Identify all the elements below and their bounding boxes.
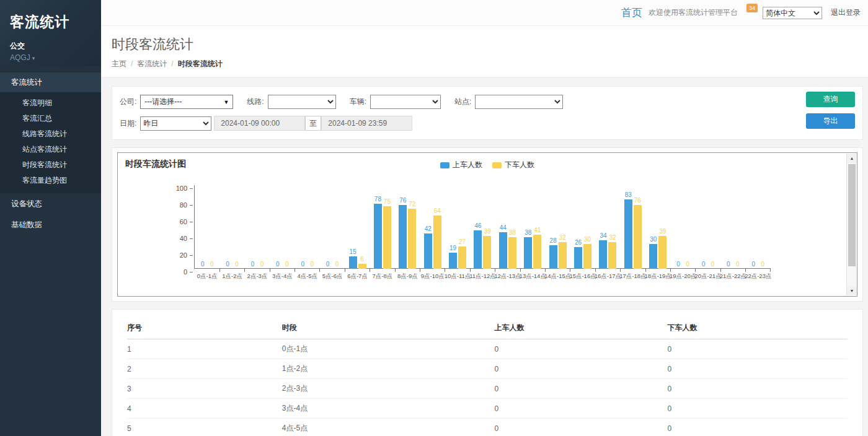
vehicle-label: 车辆: — [350, 97, 366, 107]
bar-column: 0 — [684, 261, 692, 269]
bar-column: 72 — [408, 201, 416, 269]
scroll-up-icon[interactable]: ▲ — [847, 154, 857, 163]
bar-value-label: 0 — [727, 261, 730, 268]
bar-value-label: 15 — [349, 249, 356, 255]
scroll-down-icon[interactable]: ▼ — [847, 286, 857, 295]
bar-value-label: 32 — [559, 235, 566, 241]
sidebar-subitem[interactable]: 客流汇总 — [0, 111, 101, 126]
bar[interactable] — [424, 233, 432, 269]
date-end-input[interactable] — [321, 116, 412, 131]
breadcrumb-item[interactable]: 客流统计 — [137, 59, 167, 68]
bar-column: 46 — [474, 223, 482, 269]
sidebar-subitem[interactable]: 客流量趋势图 — [0, 173, 101, 188]
bar[interactable] — [608, 242, 616, 269]
bar[interactable] — [458, 246, 466, 269]
date-preset-select[interactable]: 昨日 — [140, 116, 211, 131]
vehicle-select[interactable] — [370, 95, 441, 109]
bar[interactable] — [583, 244, 591, 269]
sidebar-subitem[interactable]: 线路客流统计 — [0, 126, 101, 142]
bar[interactable] — [399, 205, 407, 269]
y-axis-tick: 80 — [169, 201, 187, 209]
bar-group: 463911点-12点 — [470, 185, 495, 269]
bar[interactable] — [508, 237, 516, 269]
table-row[interactable]: 10点-1点00 — [127, 339, 848, 359]
bar[interactable] — [599, 240, 607, 269]
table-cell: 4 — [127, 399, 282, 419]
home-link[interactable]: 首页 — [621, 6, 642, 20]
bar-column: 19 — [449, 245, 457, 269]
table-row[interactable]: 43点-4点00 — [127, 399, 848, 419]
bar[interactable] — [408, 209, 416, 269]
x-axis-label: 9点-10点 — [421, 272, 445, 281]
bar[interactable] — [449, 253, 457, 269]
table-header-cell: 上车人数 — [495, 317, 668, 339]
language-select[interactable]: 简体中文 — [763, 7, 822, 19]
breadcrumb-item[interactable]: 主页 — [112, 59, 126, 68]
company-select[interactable]: ---请选择--- ▼ — [140, 95, 233, 109]
sidebar-item[interactable]: 设备状态 — [0, 193, 101, 214]
bar-column: 26 — [574, 240, 582, 269]
bar[interactable] — [474, 230, 482, 269]
bar[interactable] — [559, 242, 567, 269]
bar[interactable] — [574, 247, 582, 269]
bar-group: 005点-6点 — [320, 185, 345, 269]
line-select[interactable] — [268, 95, 336, 109]
bar-value-label: 26 — [575, 240, 582, 246]
export-button[interactable]: 导出 — [806, 113, 855, 129]
bar[interactable] — [383, 206, 391, 269]
date-start-input[interactable] — [214, 116, 305, 131]
station-select[interactable] — [475, 95, 563, 109]
bar[interactable] — [349, 256, 357, 269]
bar[interactable] — [658, 236, 666, 269]
bar[interactable] — [649, 244, 657, 269]
x-axis-label: 21点-22点 — [720, 272, 746, 281]
table-row[interactable]: 21点-2点00 — [127, 359, 848, 379]
bar[interactable] — [433, 216, 441, 269]
y-axis-tick: 0 — [169, 268, 187, 276]
bar-value-label: 0 — [276, 261, 280, 268]
bar-column: 30 — [583, 237, 591, 269]
org-code-dropdown[interactable]: AQGJ▾ — [10, 53, 91, 62]
bar[interactable] — [374, 204, 382, 269]
bar[interactable] — [499, 232, 507, 269]
legend-item[interactable]: 上车人数 — [440, 160, 482, 170]
bar[interactable] — [634, 205, 642, 269]
table-row[interactable]: 54点-5点00 — [127, 419, 848, 436]
legend-item[interactable]: 下车人数 — [492, 160, 534, 170]
bar[interactable] — [483, 236, 491, 269]
legend-swatch-icon — [492, 162, 502, 168]
sidebar-subitem[interactable]: 时段客流统计 — [0, 157, 101, 173]
app-logo: 客流统计 — [10, 12, 91, 32]
notification-badge[interactable]: 34 — [746, 4, 758, 12]
sidebar-item[interactable]: 基础数据 — [0, 214, 101, 235]
stats-table: 序号时段上车人数下车人数 10点-1点0021点-2点0032点-3点0043点… — [127, 317, 848, 436]
sidebar-section-passenger-stats[interactable]: 客流统计 — [0, 72, 101, 92]
query-button[interactable]: 查询 — [806, 92, 855, 107]
logout-link[interactable]: 退出登录 — [831, 7, 861, 18]
bar-column: 0 — [308, 261, 316, 269]
bar[interactable] — [524, 237, 532, 269]
bar-column: 39 — [483, 229, 491, 269]
bar[interactable] — [533, 235, 541, 269]
bar[interactable] — [358, 264, 366, 269]
bar-value-label: 0 — [711, 261, 715, 268]
bar-group: 004点-5点 — [295, 185, 320, 269]
scrollbar-thumb[interactable] — [848, 164, 856, 266]
bar[interactable] — [549, 245, 557, 269]
chart-box: 时段车流统计图 上车人数下车人数 000点-1点001点-2点002点-3点00… — [117, 152, 857, 297]
bar-group: 0020点-21点 — [696, 185, 720, 269]
bar-value-label: 39 — [659, 229, 666, 235]
bar-column: 38 — [524, 230, 532, 269]
bar-column: 0 — [208, 261, 216, 269]
table-cell: 0 — [495, 419, 668, 436]
bar-column: 41 — [533, 227, 541, 269]
chart-scrollbar[interactable]: ▲ ▼ — [846, 154, 856, 295]
sidebar-subitem[interactable]: 客流明细 — [0, 95, 101, 111]
bar[interactable] — [624, 199, 632, 269]
y-axis-tick: 20 — [169, 251, 187, 259]
table-header-row: 序号时段上车人数下车人数 — [127, 317, 848, 339]
sidebar-subitem[interactable]: 站点客流统计 — [0, 142, 101, 157]
table-row[interactable]: 32点-3点00 — [127, 379, 848, 399]
bar-group: 0021点-22点 — [720, 185, 745, 269]
bar-column: 34 — [599, 233, 607, 269]
